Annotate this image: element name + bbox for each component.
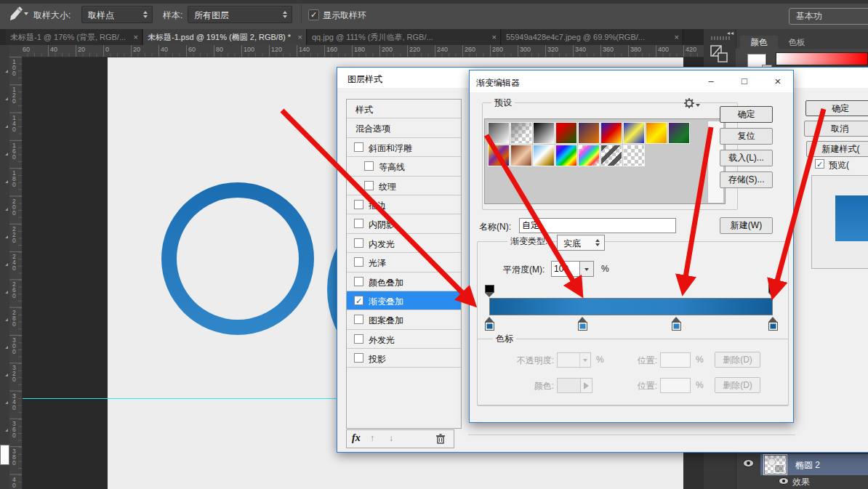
tool-dropdown-caret[interactable] — [24, 12, 28, 15]
tab-close-icon[interactable]: × — [298, 29, 302, 45]
gradient-preset-swatch[interactable] — [555, 122, 577, 144]
gradient-preset-swatch[interactable] — [600, 145, 622, 166]
effects-visibility-eye-icon[interactable] — [779, 477, 789, 485]
effect-checkbox[interactable] — [354, 277, 363, 286]
document-tab[interactable]: qq.jpg @ 111% (秀川临摹, RGB/...× — [308, 29, 501, 45]
effect-checkbox[interactable] — [354, 353, 363, 363]
workspace-button[interactable]: 基本功 — [789, 8, 868, 25]
effect-checkbox[interactable] — [354, 315, 363, 324]
move-effect-up-icon[interactable]: ↑ — [370, 433, 374, 443]
gradient-preset-swatch[interactable] — [555, 145, 577, 166]
gradient-preset-swatch[interactable] — [510, 122, 532, 144]
tool-slot-corner-icon[interactable] — [5, 401, 8, 404]
tool-slot-corner-icon[interactable] — [5, 153, 8, 155]
color-stop[interactable] — [578, 317, 587, 331]
effect-checkbox[interactable] — [364, 161, 374, 171]
smoothness-dropdown-button[interactable] — [579, 261, 594, 277]
layer-style-item[interactable]: 内阴影 — [347, 214, 461, 233]
maximize-icon[interactable]: □ — [737, 74, 752, 89]
new-gradient-button[interactable]: 新建(W) — [720, 217, 773, 234]
tool-slot-corner-icon[interactable] — [5, 318, 8, 321]
smoothness-input[interactable]: 100 — [551, 261, 580, 277]
delete-effect-trash-icon[interactable] — [435, 433, 446, 445]
close-icon[interactable]: × — [771, 74, 785, 89]
tool-slot-corner-icon[interactable] — [5, 235, 8, 238]
layer-style-item[interactable]: 混合选项 — [347, 118, 461, 137]
gradient-bar[interactable] — [489, 298, 773, 315]
tab-swatches-panel[interactable]: 色板 — [779, 36, 814, 49]
gradient-preset-swatch[interactable] — [600, 122, 622, 144]
layer-style-item[interactable]: 描边 — [347, 195, 461, 214]
effect-checkbox[interactable] — [354, 142, 363, 152]
tool-slot-corner-icon[interactable] — [5, 208, 8, 211]
effect-checkbox[interactable] — [354, 200, 363, 209]
tool-slot-corner-icon[interactable] — [5, 97, 8, 100]
color-stop[interactable] — [768, 317, 778, 331]
layer-style-item[interactable]: 内发光 — [347, 234, 461, 253]
red-channel-ramp[interactable] — [776, 52, 868, 65]
document-tab[interactable]: 55949a428e4c7.jpeg @ 69.9%(RGB/...× — [502, 29, 683, 45]
new-style-button[interactable]: 新建样式( — [806, 141, 868, 157]
minimize-icon[interactable]: – — [704, 74, 718, 89]
fx-icon[interactable]: fx — [352, 432, 361, 444]
layer-style-item[interactable]: 图案叠加 — [347, 310, 461, 329]
sample-dropdown[interactable]: 所有图层 — [188, 6, 292, 23]
toolbar-strip[interactable] — [0, 29, 10, 489]
gear-menu-icon[interactable] — [684, 98, 694, 108]
tool-slot-corner-icon[interactable] — [5, 346, 8, 349]
cancel-button[interactable]: 取消 — [804, 121, 868, 137]
effect-checkbox[interactable] — [354, 238, 363, 248]
opacity-stop[interactable] — [485, 285, 494, 297]
gradient-preset-swatch[interactable] — [623, 145, 645, 166]
opacity-location-input[interactable] — [660, 352, 691, 368]
gradient-name-input[interactable]: 自定 — [519, 218, 676, 233]
delete-color-stop-button[interactable]: 删除(D) — [715, 377, 760, 393]
gradient-preset-swatch[interactable] — [510, 145, 532, 166]
stop-color-swatch[interactable] — [557, 378, 581, 393]
sample-size-dropdown[interactable]: 取样点 — [81, 6, 153, 23]
tab-close-icon[interactable]: × — [134, 29, 138, 45]
tool-slot-corner-icon[interactable] — [5, 373, 8, 376]
layer-style-item[interactable]: 光泽 — [347, 253, 461, 272]
ok-button[interactable]: 确定 — [805, 100, 868, 116]
save-button[interactable]: 存储(S)... — [720, 171, 773, 188]
collapse-panels-icon[interactable]: ◂◂ — [727, 30, 734, 36]
effect-checkbox[interactable] — [364, 181, 374, 190]
reset-button[interactable]: 复位 — [720, 128, 773, 145]
effect-checkbox[interactable] — [354, 257, 363, 267]
tab-close-icon[interactable]: × — [675, 29, 679, 45]
foreground-color-swatch[interactable] — [0, 445, 9, 465]
effect-checkbox[interactable] — [354, 334, 363, 344]
color-panel-icon[interactable] — [710, 44, 730, 67]
effect-checkbox[interactable]: ✓ — [354, 296, 363, 305]
layer-style-item[interactable]: ✓渐变叠加 — [347, 291, 461, 310]
load-button[interactable]: 载入(L)... — [720, 150, 773, 166]
show-sampling-ring-checkbox[interactable]: ✓ — [308, 9, 319, 20]
gradient-preset-swatch[interactable] — [488, 145, 510, 166]
layer-style-item[interactable]: 颜色叠加 — [347, 272, 461, 291]
tab-close-icon[interactable]: × — [492, 29, 497, 45]
layer-thumbnail[interactable] — [765, 456, 786, 474]
layer-style-item[interactable]: 纹理 — [347, 177, 461, 195]
tool-slot-corner-icon[interactable] — [5, 263, 8, 266]
gradient-ok-button[interactable]: 确定 — [720, 106, 773, 123]
layer-visibility-eye-icon[interactable] — [743, 459, 754, 467]
document-tab[interactable]: 未标题-1 @ 176% (背景, RGB/...× — [6, 29, 142, 45]
gradient-preset-swatch[interactable] — [623, 122, 645, 144]
opacity-stop[interactable] — [768, 285, 778, 297]
gradient-preset-swatch[interactable] — [578, 145, 600, 166]
tool-slot-corner-icon[interactable] — [5, 180, 8, 183]
tool-slot-corner-icon[interactable] — [5, 291, 8, 294]
eyedropper-icon[interactable] — [4, 4, 23, 25]
gradient-preset-swatch[interactable] — [533, 122, 555, 144]
layer-style-item[interactable]: 外发光 — [347, 330, 461, 349]
move-effect-down-icon[interactable]: ↓ — [389, 433, 393, 443]
tab-color-panel[interactable]: 颜色 — [740, 36, 778, 49]
color-location-input[interactable] — [660, 378, 691, 393]
color-stop[interactable] — [672, 317, 681, 331]
gradient-preset-swatch[interactable] — [646, 122, 667, 144]
tool-slot-corner-icon[interactable] — [5, 70, 8, 73]
color-stop[interactable] — [485, 317, 494, 331]
tool-slot-corner-icon[interactable] — [5, 429, 8, 432]
preview-checkbox[interactable]: ✓ — [815, 159, 824, 169]
